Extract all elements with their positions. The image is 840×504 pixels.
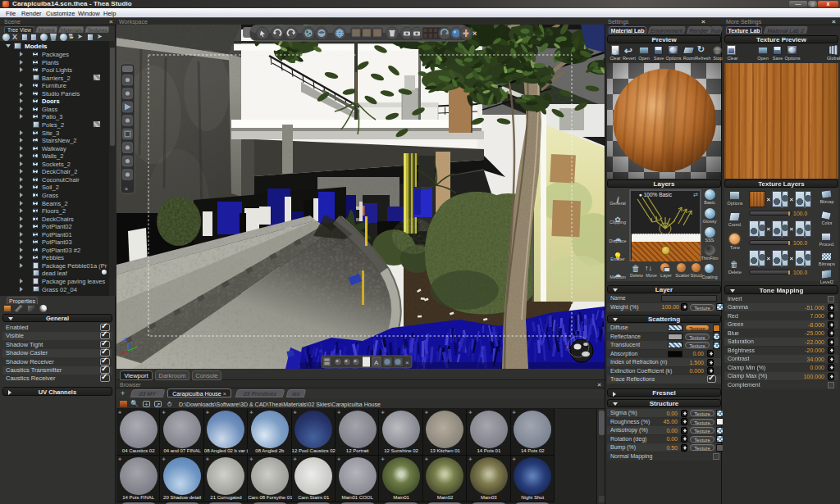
svg-text:×: × — [472, 30, 477, 38]
svg-text:A: A — [374, 359, 379, 366]
svg-text:×: × — [125, 186, 128, 192]
svg-text:×: × — [405, 359, 409, 366]
svg-text:Z: Z — [124, 337, 128, 343]
